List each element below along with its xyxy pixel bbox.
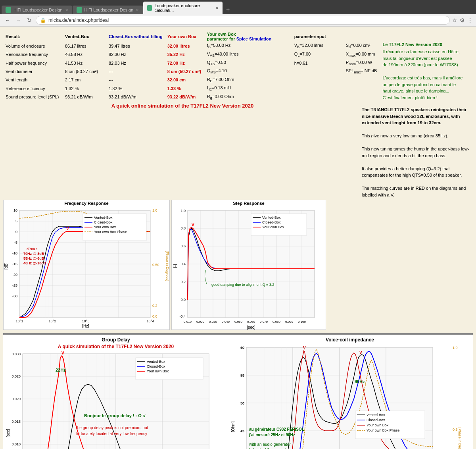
group-delay-title: Group Delay [5, 336, 227, 343]
svg-text:22Hz: 22Hz [56, 368, 66, 372]
svg-text:0.010: 0.010 [12, 442, 21, 446]
vented-halfpower: 41.50 Hz [63, 59, 106, 67]
svg-text:[sec]: [sec] [6, 429, 10, 437]
label-efficiency: Reference efficiency [3, 84, 63, 92]
svg-text:V: V [192, 223, 194, 227]
back-button[interactable]: ← [3, 16, 12, 24]
group-delay-subtitle: A quick simulation of the T17FL2 New Ver… [5, 343, 227, 350]
svg-text:Closed-Box: Closed-Box [367, 418, 385, 422]
nav-bar: ← → ↻ 🔒 micka.de/en/index.php#ideal ☆ ⚙ … [0, 14, 476, 27]
bottom-charts-row: Group Delay A quick simulation of the T1… [3, 335, 473, 449]
svg-text:fortunately located at very lo: fortunately located at very low frequenc… [76, 432, 147, 436]
spice-ql: QL=7.00 [292, 50, 344, 58]
freq-response-chart: Frequency Response [3, 200, 170, 330]
tab-close-1[interactable]: ✕ [65, 8, 68, 12]
svg-text:0.090: 0.090 [285, 320, 294, 324]
label-resonance: Resonance frequency [3, 50, 63, 58]
spice-h: h=0.61 [292, 59, 344, 67]
lock-icon: 🔒 [40, 17, 46, 23]
svg-text:Closed-Box: Closed-Box [262, 220, 281, 224]
svg-text:Vented-Box: Vented-Box [262, 216, 281, 220]
blank3 [344, 76, 380, 84]
svg-text:-20: -20 [12, 273, 17, 277]
star-icon[interactable]: ☆ [452, 17, 457, 23]
own-halfpower: 72.00 Hz [165, 59, 205, 67]
vented-spl: 93.21 dB/W/m [63, 93, 106, 101]
svg-text:0.5: 0.5 [453, 428, 458, 432]
tab-1[interactable]: HiFi Loudspeaker Design ✕ [2, 6, 72, 14]
tab-2[interactable]: HiFi Loudspeaker Design ✕ [73, 6, 143, 14]
step-chart-title: Step Response [172, 200, 326, 206]
results-table: Result: Vented-Box Closed-Box without fi… [3, 31, 473, 101]
vented-resonance: 46.58 Hz [63, 50, 106, 58]
forward-button[interactable]: → [14, 16, 23, 24]
svg-text:90Hz: 90Hz [355, 379, 365, 384]
svg-rect-205 [355, 411, 425, 439]
closed-ventlen: --- [106, 76, 165, 84]
tab-label-3: Loudspeaker enclosure calculati... [154, 3, 213, 13]
svg-text:Your own Box: Your own Box [262, 225, 284, 229]
step-chart-svg: 1.0 0.8 0.6 0.4 0.2 0.0 -0.4 0.010 0.020… [172, 206, 326, 330]
impedance-svg: 60 55 50 45 40 35 30 [Ohm] 0 10 20 25 35… [228, 343, 464, 449]
svg-text:0.100: 0.100 [298, 320, 306, 324]
blank5 [344, 84, 380, 92]
t17-header [344, 31, 380, 42]
spice-vas: VAS=40.00 litres [205, 50, 292, 58]
svg-text:10^3: 10^3 [82, 319, 89, 323]
own-spl: 93.22 dB/W/m [165, 93, 205, 101]
results-section: Result: Vented-Box Closed-Box without fi… [3, 30, 473, 331]
svg-text:0.0: 0.0 [152, 314, 157, 318]
own-efficiency: 1.33 % [165, 84, 205, 92]
svg-text:[sec]: [sec] [247, 325, 255, 330]
spice-le: LE=0.18 mH [205, 84, 292, 92]
svg-text:the group delay peak is not pr: the group delay peak is not premium, but [76, 426, 148, 430]
svg-text:0.020: 0.020 [196, 320, 205, 324]
svg-text:-0.4: -0.4 [179, 314, 186, 318]
tab-close-2[interactable]: ✕ [136, 8, 139, 12]
svg-text:0.6: 0.6 [180, 244, 186, 248]
spice-qts: QTS=0.50 [205, 59, 292, 67]
extensions-icon[interactable]: ⚙ [460, 17, 465, 23]
refresh-button[interactable]: ↻ [25, 16, 33, 24]
svg-text:45: 45 [241, 374, 244, 377]
main-content: Result: Vented-Box Closed-Box without fi… [0, 27, 476, 449]
svg-text:0.040: 0.040 [222, 320, 230, 324]
svg-text:good damping due to alignment : good damping due to alignment Q = 3.2 [211, 283, 274, 287]
url-bar[interactable]: 🔒 micka.de/en/index.php#ideal [36, 16, 450, 25]
tab-label-2: HiFi Loudspeaker Design [84, 8, 134, 12]
svg-text:Your own Box Phase: Your own Box Phase [94, 230, 127, 234]
svg-text:Your own Box Phase: Your own Box Phase [367, 428, 399, 432]
tab-3[interactable]: Loudspeaker enclosure calculati... ✕ [143, 2, 223, 14]
charts-row: Frequency Response [3, 200, 473, 330]
own-spice-header: Your own Boxparameter for Spice Simulati… [205, 31, 292, 42]
svg-text:V: V [303, 346, 306, 350]
svg-text:35: 35 [241, 401, 244, 405]
url-text: micka.de/en/index.php#ideal [48, 17, 445, 23]
svg-text:0.8: 0.8 [180, 226, 186, 230]
svg-text:0: 0 [15, 230, 17, 234]
row-volume: Volume of enclosure 86.17 litres 39.47 l… [3, 42, 473, 50]
spice-fs: fS=58.00 Hz [205, 42, 292, 50]
tab-close-3[interactable]: ✕ [215, 6, 219, 10]
svg-text:-30: -30 [12, 294, 17, 298]
spice-vb: VB=32.00 litres [292, 42, 344, 50]
tab-favicon-2 [77, 7, 82, 13]
svg-text:0.030: 0.030 [209, 320, 217, 324]
svg-text:1.0: 1.0 [180, 209, 186, 213]
svg-text:[Hz]: [Hz] [82, 324, 89, 328]
svg-text:60: 60 [241, 346, 244, 349]
svg-text:Vented-Box: Vented-Box [94, 216, 113, 220]
svg-text:0.4: 0.4 [180, 262, 186, 266]
label-spl: Sound pressure level (SPL) [3, 93, 63, 101]
menu-icon[interactable]: ⋮ [467, 17, 473, 23]
browser-chrome: HiFi Loudspeaker Design ✕ HiFi Loudspeak… [0, 0, 476, 27]
own-resonance: 35.22 Hz [165, 50, 205, 58]
blank2 [292, 76, 344, 84]
own-volume: 32.00 litres [165, 42, 205, 50]
impedance-title: Voice-coil impedance [228, 336, 471, 343]
svg-text:[dB]: [dB] [4, 262, 8, 270]
new-tab-button[interactable]: + [223, 6, 233, 14]
svg-text:-10: -10 [12, 251, 17, 255]
tab-label-1: HiFi Loudspeaker Design [13, 8, 63, 12]
freq-chart-title: Frequency Response [4, 200, 169, 206]
